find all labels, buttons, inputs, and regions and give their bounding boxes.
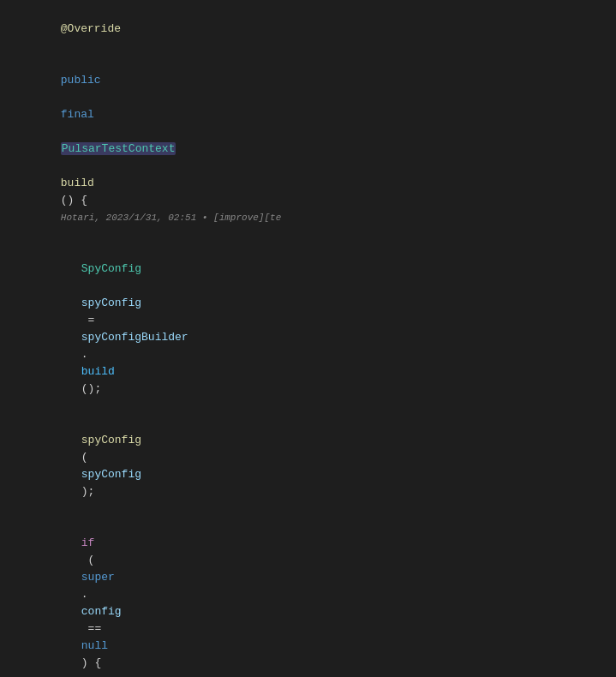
line-spyconfig-call: spyConfig ( spyConfig );: [0, 415, 616, 518]
code-editor: @Override public final PulsarTestContext…: [0, 0, 616, 677]
line-method-sig: public final PulsarTestContext build () …: [0, 55, 616, 243]
line-spyconfig: SpyConfig spyConfig = spyConfigBuilder .…: [0, 243, 616, 415]
line-if-config: if ( super . config == null ) {: [0, 518, 616, 677]
line-override: @Override: [0, 3, 616, 55]
